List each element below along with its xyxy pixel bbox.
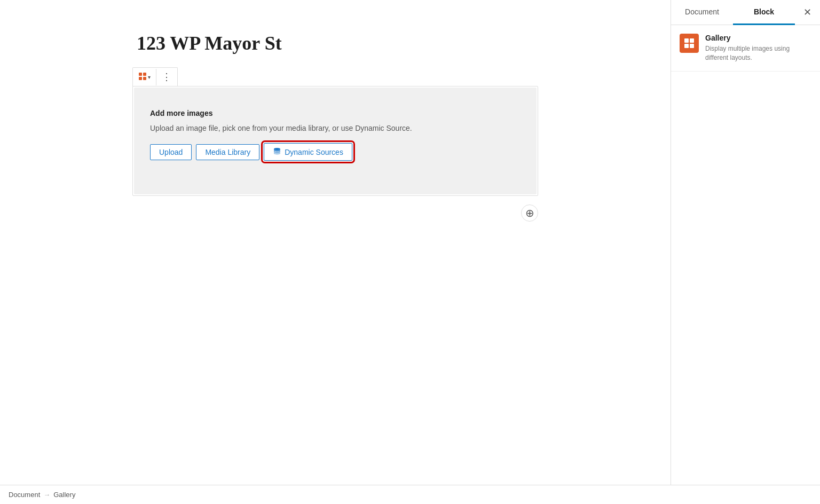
tab-document[interactable]: Document — [671, 0, 733, 25]
gallery-buttons: Upload Media Library — [150, 143, 521, 161]
add-block-button[interactable]: ⊕ — [521, 204, 538, 222]
breadcrumb-separator: → — [43, 491, 50, 499]
bottom-bar: Document → Gallery — [0, 485, 820, 504]
gallery-grid-icon — [138, 72, 147, 82]
media-library-button[interactable]: Media Library — [196, 144, 259, 160]
gallery-block: Add more images Upload an image file, pi… — [132, 86, 538, 196]
dynamic-sources-icon — [273, 147, 281, 157]
page-title[interactable]: 123 WP Mayor St — [132, 32, 538, 54]
dynamic-sources-button[interactable]: Dynamic Sources — [264, 143, 352, 161]
svg-point-4 — [274, 148, 280, 150]
add-images-desc: Upload an image file, pick one from your… — [150, 124, 521, 132]
block-info-section: Gallery Display multiple images using di… — [671, 25, 820, 72]
more-options-button[interactable]: ⋮ — [156, 68, 177, 86]
svg-rect-6 — [690, 38, 694, 43]
tab-block[interactable]: Block — [733, 0, 795, 25]
editor-area: 123 WP Mayor St ▾ — [0, 0, 671, 485]
gallery-inner: Add more images Upload an image file, pi… — [134, 88, 537, 194]
add-block-area: ⊕ — [132, 196, 538, 230]
svg-rect-3 — [143, 77, 146, 80]
block-icon — [680, 34, 699, 53]
svg-rect-1 — [143, 73, 146, 76]
block-type-button[interactable]: ▾ — [133, 69, 156, 85]
svg-rect-8 — [690, 44, 694, 48]
three-dots-icon: ⋮ — [162, 71, 172, 83]
plus-icon: ⊕ — [525, 208, 534, 218]
svg-rect-0 — [139, 73, 142, 76]
breadcrumb-end[interactable]: Gallery — [53, 491, 75, 499]
block-description: Display multiple images using different … — [705, 44, 811, 62]
block-toolbar: ▾ ⋮ — [132, 67, 178, 86]
editor-content: 123 WP Mayor St ▾ — [132, 32, 538, 196]
svg-rect-2 — [139, 77, 142, 80]
sidebar-tabs: Document Block ✕ — [671, 0, 820, 25]
upload-button[interactable]: Upload — [150, 144, 192, 160]
dynamic-sources-label: Dynamic Sources — [285, 148, 343, 156]
svg-rect-7 — [684, 44, 689, 48]
block-name: Gallery — [705, 34, 811, 42]
block-info-text: Gallery Display multiple images using di… — [705, 34, 811, 62]
sidebar: Document Block ✕ Gallery Display multipl… — [671, 0, 820, 485]
chevron-down-icon: ▾ — [148, 74, 151, 80]
editor-scroll[interactable]: 123 WP Mayor St ▾ — [0, 0, 671, 485]
add-images-title: Add more images — [150, 109, 521, 117]
svg-rect-5 — [684, 38, 689, 43]
close-button[interactable]: ✕ — [795, 0, 820, 25]
breadcrumb-start[interactable]: Document — [9, 491, 40, 499]
